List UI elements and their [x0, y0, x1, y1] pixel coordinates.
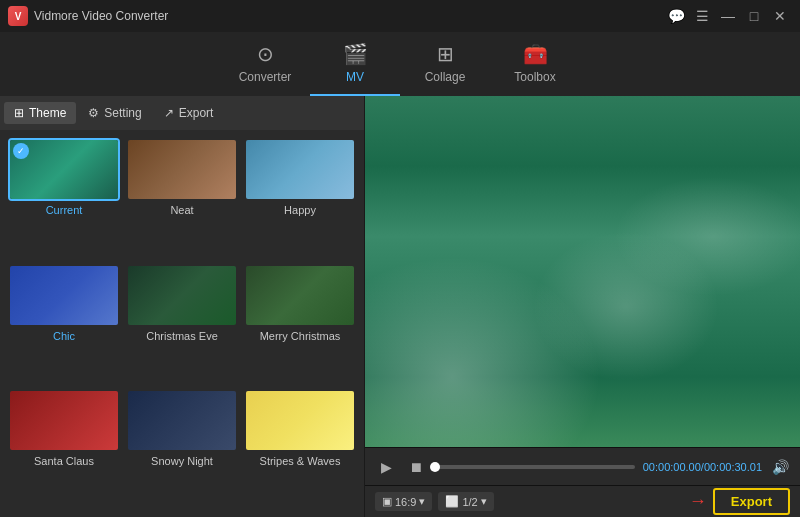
- check-badge: ✓: [13, 143, 29, 159]
- title-bar-controls: 💬 ☰ — □ ✕: [664, 6, 792, 26]
- time-display: 00:00:00.00/00:00:30.01: [643, 461, 762, 473]
- theme-grid: ✓ Current Neat Happy: [0, 130, 364, 517]
- screen-icon: ⬜: [445, 495, 459, 508]
- nav-tab-converter[interactable]: ⊙ Converter: [220, 32, 310, 96]
- ratio-button[interactable]: ▣ 16:9 ▾: [375, 492, 432, 511]
- video-frame: [365, 96, 800, 447]
- theme-item-santa-claus[interactable]: Santa Claus: [8, 389, 120, 509]
- ratio-icon: ▣: [382, 495, 392, 508]
- right-panel: ▶ ⏹ 00:00:00.00/00:00:30.01 🔊 ▣ 16:9 ▾ ⬜…: [365, 96, 800, 517]
- export-label: Export: [179, 106, 214, 120]
- theme-item-christmas-eve[interactable]: Christmas Eve: [126, 264, 238, 384]
- minimize-button[interactable]: —: [716, 6, 740, 26]
- screen-drop-icon: ▾: [481, 495, 487, 508]
- converter-icon: ⊙: [257, 42, 274, 66]
- setting-label: Setting: [104, 106, 141, 120]
- app-icon: V: [8, 6, 28, 26]
- nav-tab-mv[interactable]: 🎬 MV: [310, 32, 400, 96]
- stop-button[interactable]: ⏹: [405, 456, 427, 478]
- export-icon: ↗: [164, 106, 174, 120]
- theme-item-snowy-night[interactable]: Snowy Night: [126, 389, 238, 509]
- collage-icon: ⊞: [437, 42, 454, 66]
- theme-label-chic: Chic: [53, 330, 75, 342]
- theme-icon: ⊞: [14, 106, 24, 120]
- theme-label-current: Current: [46, 204, 83, 216]
- screen-button[interactable]: ⬜ 1/2 ▾: [438, 492, 493, 511]
- theme-label: Theme: [29, 106, 66, 120]
- converter-label: Converter: [239, 70, 292, 84]
- theme-label-christmas-eve: Christmas Eve: [146, 330, 218, 342]
- progress-dot: [430, 462, 440, 472]
- arrow-indicator: →: [689, 491, 707, 512]
- controls-row2: ▣ 16:9 ▾ ⬜ 1/2 ▾ → Export: [365, 485, 800, 517]
- sub-tab-setting[interactable]: ⚙ Setting: [78, 102, 151, 124]
- setting-icon: ⚙: [88, 106, 99, 120]
- title-bar: V Vidmore Video Converter 💬 ☰ — □ ✕: [0, 0, 800, 32]
- sub-tabs: ⊞ Theme ⚙ Setting ↗ Export: [0, 96, 364, 130]
- theme-item-chic[interactable]: Chic: [8, 264, 120, 384]
- close-button[interactable]: ✕: [768, 6, 792, 26]
- maximize-button[interactable]: □: [742, 6, 766, 26]
- play-button[interactable]: ▶: [375, 456, 397, 478]
- theme-label-neat: Neat: [170, 204, 193, 216]
- app-title: Vidmore Video Converter: [34, 9, 168, 23]
- volume-button[interactable]: 🔊: [770, 457, 790, 477]
- theme-item-current[interactable]: ✓ Current: [8, 138, 120, 258]
- main-area: ⊞ Theme ⚙ Setting ↗ Export ✓ Current: [0, 96, 800, 517]
- theme-item-neat[interactable]: Neat: [126, 138, 238, 258]
- theme-label-happy: Happy: [284, 204, 316, 216]
- sub-tab-theme[interactable]: ⊞ Theme: [4, 102, 76, 124]
- ratio-drop-icon: ▾: [419, 495, 425, 508]
- theme-item-happy[interactable]: Happy: [244, 138, 356, 258]
- theme-label-merry-christmas: Merry Christmas: [260, 330, 341, 342]
- theme-label-snowy-night: Snowy Night: [151, 455, 213, 467]
- theme-item-stripes-waves[interactable]: Stripes & Waves: [244, 389, 356, 509]
- settings-button[interactable]: ☰: [690, 6, 714, 26]
- theme-label-santa-claus: Santa Claus: [34, 455, 94, 467]
- progress-bar[interactable]: [435, 465, 635, 469]
- export-button[interactable]: Export: [713, 488, 790, 515]
- sub-tab-export[interactable]: ↗ Export: [154, 102, 224, 124]
- left-panel: ⊞ Theme ⚙ Setting ↗ Export ✓ Current: [0, 96, 365, 517]
- nav-tab-toolbox[interactable]: 🧰 Toolbox: [490, 32, 580, 96]
- nav-bar: ⊙ Converter 🎬 MV ⊞ Collage 🧰 Toolbox: [0, 32, 800, 96]
- theme-label-stripes-waves: Stripes & Waves: [260, 455, 341, 467]
- mv-label: MV: [346, 70, 364, 84]
- nav-tab-collage[interactable]: ⊞ Collage: [400, 32, 490, 96]
- ratio-label: 16:9: [395, 496, 416, 508]
- collage-label: Collage: [425, 70, 466, 84]
- title-bar-left: V Vidmore Video Converter: [8, 6, 168, 26]
- theme-item-merry-christmas[interactable]: Merry Christmas: [244, 264, 356, 384]
- mv-icon: 🎬: [343, 42, 368, 66]
- toolbox-icon: 🧰: [523, 42, 548, 66]
- screen-label: 1/2: [462, 496, 477, 508]
- feedback-button[interactable]: 💬: [664, 6, 688, 26]
- video-preview: [365, 96, 800, 447]
- toolbox-label: Toolbox: [514, 70, 555, 84]
- player-controls: ▶ ⏹ 00:00:00.00/00:00:30.01 🔊: [365, 447, 800, 485]
